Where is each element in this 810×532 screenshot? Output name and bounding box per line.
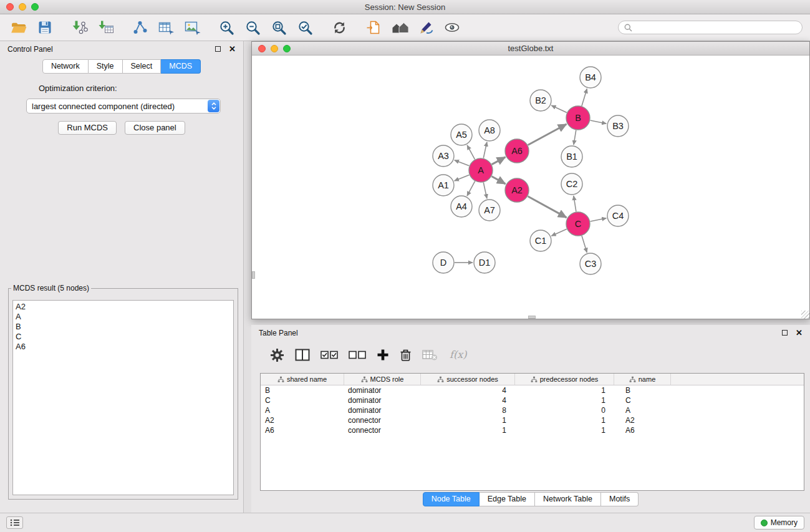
function-button[interactable]: f(x) xyxy=(448,348,470,362)
zoom-out-button[interactable] xyxy=(241,16,264,39)
table-cell[interactable]: 1 xyxy=(515,416,614,425)
search-box[interactable] xyxy=(618,21,803,34)
minimize-window-button[interactable] xyxy=(19,3,26,11)
edge-A2-C[interactable] xyxy=(528,196,567,218)
edge-A-A5[interactable] xyxy=(467,145,475,160)
export-image-button[interactable] xyxy=(181,16,203,39)
zoom-selected-button[interactable] xyxy=(294,16,316,39)
node-C4[interactable]: C4 xyxy=(607,205,629,226)
edge-A6-B[interactable] xyxy=(528,124,567,145)
table-cell[interactable]: A6 xyxy=(261,426,344,435)
network-window-titlebar[interactable]: testGlobe.txt xyxy=(252,42,809,56)
node-A[interactable]: A xyxy=(469,158,493,182)
tab-network-table[interactable]: Network Table xyxy=(535,492,601,506)
float-table-panel-icon[interactable] xyxy=(782,330,788,336)
close-window-button[interactable] xyxy=(6,3,14,11)
new-network-button[interactable] xyxy=(128,16,151,39)
criterion-dropdown[interactable]: largest connected component (directed) xyxy=(26,99,221,114)
edge-A-A7[interactable] xyxy=(483,183,487,199)
node-C[interactable]: C xyxy=(566,212,590,236)
table-cell[interactable]: B xyxy=(614,386,671,395)
select-all-button[interactable] xyxy=(321,349,338,361)
node-C1[interactable]: C1 xyxy=(530,230,551,251)
open-session-button[interactable] xyxy=(362,16,385,39)
node-A2[interactable]: A2 xyxy=(505,178,529,202)
table-cell[interactable]: A2 xyxy=(261,416,344,425)
table-cell[interactable]: C xyxy=(261,396,344,405)
edge-C-C4[interactable] xyxy=(591,218,607,221)
column-header-successor-nodes[interactable]: successor nodes xyxy=(421,374,515,385)
tab-mcds[interactable]: MCDS xyxy=(161,59,201,74)
node-A7[interactable]: A7 xyxy=(479,200,500,221)
node-A4[interactable]: A4 xyxy=(451,196,472,217)
table-row[interactable]: Adominator80A xyxy=(261,405,804,415)
table-cell[interactable]: 0 xyxy=(515,406,614,415)
run-mcds-button[interactable]: Run MCDS xyxy=(58,121,117,135)
vertical-scrollbar-thumb[interactable] xyxy=(252,271,255,279)
table-cell[interactable]: 4 xyxy=(421,396,515,405)
tab-node-table[interactable]: Node Table xyxy=(423,492,480,506)
table-cell[interactable]: B xyxy=(261,386,344,395)
column-header-MCDS-role[interactable]: MCDS role xyxy=(344,374,421,385)
node-B3[interactable]: B3 xyxy=(607,115,629,137)
table-cell[interactable]: A xyxy=(261,406,344,415)
node-C3[interactable]: C3 xyxy=(580,253,601,274)
node-D1[interactable]: D1 xyxy=(474,252,495,273)
search-input[interactable] xyxy=(635,23,796,32)
edge-C-C1[interactable] xyxy=(551,229,567,236)
node-C2[interactable]: C2 xyxy=(561,173,582,195)
table-cell[interactable]: connector xyxy=(344,416,421,425)
zoom-window-button[interactable] xyxy=(31,3,39,11)
table-cell[interactable]: dominator xyxy=(344,406,421,415)
mcds-result-item[interactable]: A2 xyxy=(16,302,231,312)
table-cell[interactable]: 1 xyxy=(515,426,614,435)
close-control-panel-icon[interactable]: ✕ xyxy=(229,45,236,53)
edge-B-B1[interactable] xyxy=(574,130,576,145)
table-cell[interactable]: 1 xyxy=(515,386,614,395)
close-panel-button[interactable]: Close panel xyxy=(125,121,185,135)
columns-button[interactable] xyxy=(295,349,310,361)
table-row[interactable]: Cdominator41C xyxy=(261,395,804,405)
edge-A-A1[interactable] xyxy=(455,175,470,181)
zoom-network-window-button[interactable] xyxy=(283,45,291,52)
refresh-button[interactable] xyxy=(328,16,350,39)
column-header-predecessor-nodes[interactable]: predecessor nodes xyxy=(515,374,614,385)
save-button[interactable] xyxy=(34,16,56,39)
table-cell[interactable]: 1 xyxy=(421,416,515,425)
add-button[interactable] xyxy=(377,349,389,361)
tab-network[interactable]: Network xyxy=(42,59,89,74)
table-cell[interactable]: dominator xyxy=(344,386,421,395)
network-canvas-svg[interactable]: B4B2BB3A8A5A6B1A3AC2A1A2A4A7C4CC1C3DD1 xyxy=(252,56,808,319)
tab-select[interactable]: Select xyxy=(123,59,162,74)
edge-A-A4[interactable] xyxy=(467,181,475,196)
mcds-result-item[interactable]: B xyxy=(16,322,231,332)
node-A5[interactable]: A5 xyxy=(451,124,472,145)
home-button[interactable] xyxy=(388,16,411,39)
mcds-result-item[interactable]: A6 xyxy=(16,342,231,352)
edge-A-A6[interactable] xyxy=(492,157,506,165)
tab-edge-table[interactable]: Edge Table xyxy=(480,492,535,506)
open-folder-button[interactable] xyxy=(7,16,30,39)
delete-button[interactable] xyxy=(400,349,412,362)
close-table-panel-icon[interactable]: ✕ xyxy=(796,329,803,337)
delete-table-button[interactable] xyxy=(422,349,438,361)
table-cell[interactable]: A2 xyxy=(614,416,671,425)
horizontal-scrollbar-thumb[interactable] xyxy=(528,316,536,319)
table-cell[interactable]: 8 xyxy=(421,406,515,415)
edge-A-A8[interactable] xyxy=(483,142,487,158)
table-row[interactable]: A2connector11A2 xyxy=(261,415,804,425)
node-B[interactable]: B xyxy=(566,106,590,130)
table-cell[interactable]: connector xyxy=(344,426,421,435)
column-header-shared-name[interactable]: shared name xyxy=(261,374,344,385)
import-table-button[interactable] xyxy=(94,16,117,39)
show-panel-button[interactable] xyxy=(6,516,23,529)
table-row[interactable]: A6connector11A6 xyxy=(261,425,804,435)
settings-button[interactable] xyxy=(270,348,284,362)
tab-motifs[interactable]: Motifs xyxy=(601,492,639,506)
node-A8[interactable]: A8 xyxy=(479,120,500,141)
table-row[interactable]: Bdominator41B xyxy=(261,385,804,395)
node-A1[interactable]: A1 xyxy=(433,175,454,196)
memory-button[interactable]: Memory xyxy=(754,516,804,530)
mcds-result-item[interactable]: C xyxy=(16,332,231,342)
edge-B-B2[interactable] xyxy=(551,105,567,113)
